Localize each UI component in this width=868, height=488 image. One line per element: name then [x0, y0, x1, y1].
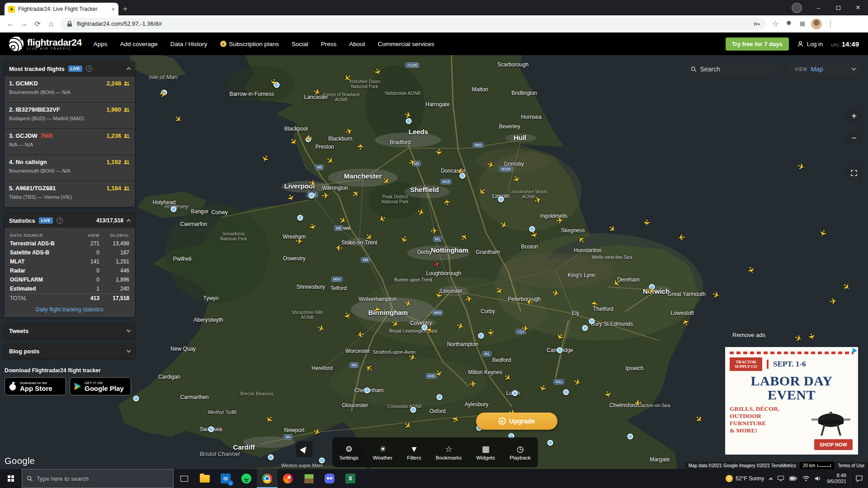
- header-nav-commercial-services[interactable]: Commercial services: [377, 41, 434, 47]
- fr24-logo-icon[interactable]: [9, 37, 24, 51]
- airport-pin[interactable]: [547, 440, 553, 446]
- airport-pin[interactable]: [512, 390, 518, 396]
- airport-pin[interactable]: [589, 318, 595, 324]
- adchoices-icon[interactable]: [853, 348, 857, 353]
- plane-icon[interactable]: ✈: [469, 380, 477, 389]
- airport-pin[interactable]: [133, 396, 139, 402]
- app-store-badge[interactable]: Download on the App Store: [5, 377, 66, 395]
- taskbar-firefox[interactable]: [278, 469, 298, 488]
- airport-pin[interactable]: [309, 193, 315, 199]
- profile-avatar[interactable]: [811, 19, 822, 29]
- airport-pin[interactable]: [582, 325, 588, 331]
- flight-row[interactable]: 2. IB3279/IBE32VF1,980Budapest (BUD) — M…: [5, 102, 135, 128]
- action-center-button[interactable]: [850, 469, 868, 488]
- plane-icon[interactable]: ✈: [159, 89, 167, 99]
- header-nav-data-history[interactable]: Data / History: [170, 41, 208, 47]
- plane-icon[interactable]: ✈: [556, 216, 564, 225]
- taskbar-weather[interactable]: 52°F Sunny: [726, 475, 764, 482]
- plane-icon[interactable]: ✈: [296, 237, 304, 246]
- plane-icon[interactable]: ✈: [434, 148, 443, 156]
- chevron-down-icon[interactable]: [127, 328, 131, 333]
- browser-tab[interactable]: ✈ Flightradar24: Live Flight Tracker ×: [5, 3, 118, 15]
- toolbar-widgets-button[interactable]: ▦Widgets: [476, 445, 495, 460]
- airport-pin[interactable]: [297, 215, 303, 221]
- blog-posts-header[interactable]: Blog posts: [5, 344, 135, 358]
- my-location-button[interactable]: [296, 441, 312, 457]
- header-nav-add-coverage[interactable]: Add coverage: [120, 41, 157, 47]
- taskbar-chrome[interactable]: [257, 469, 278, 488]
- wifi-tray-icon[interactable]: [802, 476, 810, 481]
- new-tab-button[interactable]: +: [123, 5, 127, 14]
- toolbar-playback-button[interactable]: ◷Playback: [509, 445, 531, 460]
- toolbar-weather-button[interactable]: ☀Weather: [373, 445, 392, 460]
- airport-pin[interactable]: [627, 433, 633, 439]
- advertisement[interactable]: TRACTORSUPPLY CO SEPT. 1-6 LABOR DAYEVEN…: [725, 347, 858, 455]
- window-maximize-button[interactable]: [828, 0, 848, 15]
- toolbar-bookmarks-button[interactable]: ☆Bookmarks: [436, 445, 462, 460]
- header-nav-press[interactable]: Press: [321, 41, 337, 47]
- map-canvas[interactable]: Isle of ManAngleseyBristol ChannelYorksh…: [0, 55, 868, 469]
- extensions-puzzle-icon[interactable]: [782, 17, 796, 31]
- flight-row[interactable]: 4. No callsign1,192Bournemouth (BOH) — N…: [5, 155, 135, 181]
- airport-pin[interactable]: [410, 407, 416, 413]
- taskbar-file-explorer[interactable]: [194, 469, 215, 488]
- flight-row[interactable]: 3. GCJDW76001,236N/A — N/A: [5, 128, 135, 155]
- map-search-box[interactable]: [686, 61, 776, 77]
- upgrade-button[interactable]: Upgrade: [476, 413, 557, 430]
- airport-pin[interactable]: [268, 455, 274, 460]
- back-button[interactable]: ←: [4, 17, 17, 31]
- daily-statistics-link[interactable]: Daily flight tracking statistics: [10, 303, 129, 315]
- taskbar-minecraft[interactable]: [298, 469, 319, 488]
- plane-icon[interactable]: ✈: [590, 300, 599, 308]
- chevron-down-icon[interactable]: [127, 348, 131, 353]
- browser-user-circle[interactable]: [792, 3, 802, 13]
- plane-icon[interactable]: ✈: [456, 166, 464, 176]
- help-icon[interactable]: [57, 217, 63, 224]
- extension-icon[interactable]: [796, 17, 809, 31]
- taskbar-search[interactable]: [22, 469, 174, 488]
- fr24-logo[interactable]: flightradar24 LIVE AIR TRAFFIC: [27, 38, 82, 50]
- help-icon[interactable]: [86, 66, 92, 72]
- google-play-badge[interactable]: GET IT ON Google Play: [70, 377, 131, 395]
- view-selector[interactable]: VIEW Map: [789, 61, 861, 77]
- taskbar-mail[interactable]: 1: [215, 469, 236, 488]
- airport-pin[interactable]: [498, 196, 504, 202]
- plane-icon[interactable]: ✈: [642, 219, 651, 227]
- airport-pin[interactable]: [208, 427, 214, 432]
- bookmark-star-icon[interactable]: ☆: [769, 17, 782, 31]
- window-close-button[interactable]: ×: [848, 0, 868, 15]
- terms-of-use-link[interactable]: Terms of Use: [834, 462, 868, 469]
- plane-icon[interactable]: ✈: [304, 133, 312, 142]
- plane-icon[interactable]: ✈: [829, 297, 837, 306]
- plane-icon[interactable]: ✈: [521, 324, 529, 333]
- airport-pin[interactable]: [171, 206, 177, 212]
- flight-row[interactable]: 1. GCMKD2,248Bournemouth (BOH) — N/A: [5, 76, 135, 102]
- header-nav-subscription-plans[interactable]: Subscription plans: [220, 41, 279, 47]
- chevron-up-icon[interactable]: [127, 67, 131, 72]
- plane-icon[interactable]: ✈: [430, 226, 438, 235]
- plane-icon[interactable]: ✈: [677, 233, 685, 242]
- airport-pin[interactable]: [319, 457, 325, 463]
- tweets-header[interactable]: Tweets: [5, 324, 135, 338]
- airport-pin[interactable]: [478, 333, 484, 339]
- plane-icon[interactable]: ✈: [634, 398, 642, 407]
- taskbar-clock[interactable]: 8:49 9/5/2021: [827, 473, 846, 484]
- home-button[interactable]: ⌂: [44, 17, 58, 31]
- zoom-in-button[interactable]: +: [846, 108, 862, 124]
- zoom-out-button[interactable]: −: [846, 130, 862, 145]
- airport-pin[interactable]: [364, 387, 370, 393]
- taskbar-discord[interactable]: [319, 469, 340, 488]
- taskbar-excel[interactable]: [340, 469, 361, 488]
- chevron-up-icon[interactable]: [127, 219, 131, 224]
- address-bar[interactable]: flightradar24.com/52.97,-1.36/8#: [61, 18, 766, 30]
- statistics-header[interactable]: Statistics LIVE 413/17,518: [5, 213, 135, 228]
- airport-pin[interactable]: [557, 347, 563, 353]
- window-minimize-button[interactable]: –: [808, 0, 828, 15]
- shop-now-button[interactable]: SHOP NOW: [814, 439, 853, 450]
- search-input[interactable]: [700, 66, 771, 73]
- flight-row[interactable]: 5. A9681/TGZ6811,184Tbilisi (TBS) — Vien…: [5, 181, 135, 207]
- try-free-button[interactable]: Try free for 7 days: [726, 38, 789, 51]
- fullscreen-button[interactable]: [846, 165, 862, 181]
- airport-pin[interactable]: [563, 389, 569, 395]
- task-view-button[interactable]: [174, 469, 194, 488]
